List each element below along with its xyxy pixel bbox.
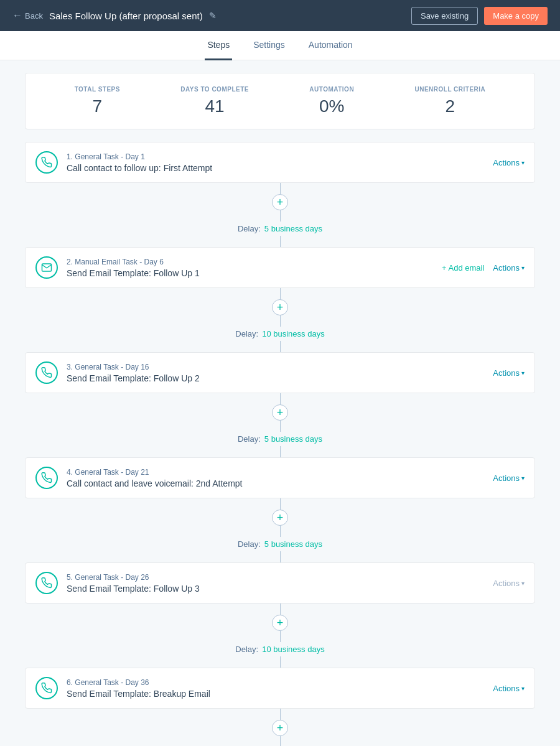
header: ← Back Sales Follow Up (after proposal s… <box>0 0 560 31</box>
stat-days-to-complete: DAYS TO COMPLETE 41 <box>180 86 249 116</box>
automation-label: AUTOMATION <box>309 86 354 93</box>
connector-line-top <box>280 393 281 404</box>
chevron-down-icon: ▾ <box>521 685 525 692</box>
tab-steps[interactable]: Steps <box>205 31 232 60</box>
step-info-6: 6. General Task - Day 36 Send Email Temp… <box>67 678 484 699</box>
total-steps-value: 7 <box>75 96 120 116</box>
actions-button-4[interactable]: Actions ▾ <box>493 473 525 483</box>
connector-2: + Delay: 10 business days <box>25 288 535 352</box>
step-desc-1: Call contact to follow up: First Attempt <box>67 163 484 173</box>
connector-line-mid <box>280 736 281 746</box>
chevron-down-icon: ▾ <box>521 159 525 166</box>
delay-row-1: Delay: 5 business days <box>238 221 322 236</box>
add-step-button-3[interactable]: + <box>272 404 288 421</box>
connector-line-bot <box>280 236 281 247</box>
actions-button-2[interactable]: Actions ▾ <box>493 263 525 273</box>
step-card-6: 6. General Task - Day 36 Send Email Temp… <box>25 668 535 709</box>
connector-line-bot <box>280 446 281 457</box>
back-button[interactable]: ← Back <box>12 10 43 21</box>
actions-button-3[interactable]: Actions ▾ <box>493 368 525 378</box>
automation-value: 0% <box>309 96 354 116</box>
step-title-1: 1. General Task - Day 1 <box>67 152 484 161</box>
step-actions-1: Actions ▾ <box>493 158 525 167</box>
step-title-5: 5. General Task - Day 26 <box>67 573 484 582</box>
add-step-button-5[interactable]: + <box>272 615 288 631</box>
chevron-down-icon: ▾ <box>521 475 525 482</box>
connector-5: + Delay: 10 business days <box>25 604 535 668</box>
connector-line-top <box>280 709 281 720</box>
step-actions-5: Actions ▾ <box>493 579 525 588</box>
connector-line-mid <box>280 421 281 432</box>
unenroll-value: 2 <box>414 96 485 116</box>
back-arrow-icon: ← <box>12 10 22 21</box>
connector-6: + Delay: 5 business days <box>25 709 535 746</box>
header-right: Save existing Make a copy <box>411 7 548 25</box>
chevron-down-icon: ▾ <box>521 370 525 376</box>
header-left: ← Back Sales Follow Up (after proposal s… <box>12 10 217 21</box>
add-email-link-2[interactable]: + Add email <box>442 263 484 273</box>
add-step-button-2[interactable]: + <box>272 299 288 315</box>
edit-icon[interactable]: ✎ <box>209 11 217 21</box>
step-icon-5 <box>35 572 58 594</box>
tab-settings[interactable]: Settings <box>251 31 287 60</box>
step-title-3: 3. General Task - Day 16 <box>67 363 484 371</box>
step-desc-4: Call contact and leave voicemail: 2nd At… <box>67 478 484 488</box>
connector-line-top <box>280 604 281 615</box>
tab-bar: Steps Settings Automation <box>0 31 560 60</box>
step-desc-6: Send Email Template: Breakup Email <box>67 689 484 699</box>
connector-line-mid <box>280 526 281 537</box>
step-actions-2: + Add email Actions ▾ <box>442 263 525 273</box>
add-step-button-6[interactable]: + <box>272 720 288 736</box>
add-step-button-4[interactable]: + <box>272 510 288 526</box>
delay-row-2: Delay: 10 business days <box>235 327 324 341</box>
stat-total-steps: TOTAL STEPS 7 <box>75 86 120 116</box>
actions-button-5[interactable]: Actions ▾ <box>493 579 525 588</box>
step-icon-3 <box>35 361 58 384</box>
actions-button-1[interactable]: Actions ▾ <box>493 158 525 167</box>
delay-value-1: 5 business days <box>264 224 322 233</box>
step-card-3: 3. General Task - Day 16 Send Email Temp… <box>25 352 535 393</box>
add-step-button-1[interactable]: + <box>272 194 288 210</box>
step-info-2: 2. Manual Email Task - Day 6 Send Email … <box>67 258 433 278</box>
delay-value-3: 5 business days <box>264 434 322 444</box>
step-card-4: 4. General Task - Day 21 Call contact an… <box>25 457 535 498</box>
step-info-4: 4. General Task - Day 21 Call contact an… <box>67 468 484 488</box>
delay-label-4: Delay: <box>238 539 261 549</box>
tab-automation[interactable]: Automation <box>306 31 355 60</box>
connector-line-top <box>280 288 281 299</box>
make-copy-button[interactable]: Make a copy <box>484 7 548 25</box>
step-card-5: 5. General Task - Day 26 Send Email Temp… <box>25 562 535 604</box>
connector-line-bot <box>280 551 281 562</box>
step-info-5: 5. General Task - Day 26 Send Email Temp… <box>67 573 484 594</box>
step-icon-1 <box>35 151 58 174</box>
step-actions-4: Actions ▾ <box>493 473 525 483</box>
total-steps-label: TOTAL STEPS <box>75 86 120 93</box>
connector-line-mid <box>280 631 281 642</box>
delay-label-2: Delay: <box>235 329 258 338</box>
delay-value-2: 10 business days <box>262 329 324 338</box>
step-desc-5: Send Email Template: Follow Up 3 <box>67 584 484 594</box>
days-value: 41 <box>180 96 249 116</box>
step-info-1: 1. General Task - Day 1 Call contact to … <box>67 152 484 173</box>
step-icon-6 <box>35 677 58 699</box>
save-existing-button[interactable]: Save existing <box>411 7 478 25</box>
step-card-1: 1. General Task - Day 1 Call contact to … <box>25 142 535 183</box>
delay-value-5: 10 business days <box>262 645 324 654</box>
actions-button-6[interactable]: Actions ▾ <box>493 684 525 693</box>
connector-line-bot <box>280 656 281 668</box>
delay-row-5: Delay: 10 business days <box>235 642 324 656</box>
step-title-2: 2. Manual Email Task - Day 6 <box>67 258 433 266</box>
connector-line-top <box>280 498 281 510</box>
step-desc-2: Send Email Template: Follow Up 1 <box>67 268 433 278</box>
connector-line-mid <box>280 210 281 221</box>
step-actions-3: Actions ▾ <box>493 368 525 378</box>
delay-row-3: Delay: 5 business days <box>238 432 322 446</box>
delay-label-5: Delay: <box>235 645 258 654</box>
connector-line-mid <box>280 315 281 327</box>
chevron-down-icon: ▾ <box>521 580 525 587</box>
back-label: Back <box>25 11 43 21</box>
connector-3: + Delay: 5 business days <box>25 393 535 457</box>
step-info-3: 3. General Task - Day 16 Send Email Temp… <box>67 363 484 383</box>
step-title-6: 6. General Task - Day 36 <box>67 678 484 687</box>
unenroll-label: UNENROLL CRITERIA <box>414 86 485 93</box>
